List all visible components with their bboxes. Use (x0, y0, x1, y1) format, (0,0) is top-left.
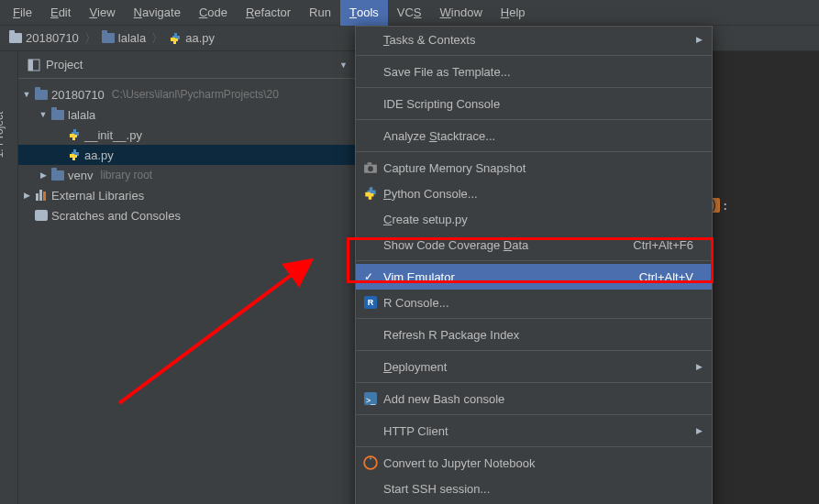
tree-row[interactable]: ▶venvlibrary root (18, 165, 357, 185)
menu-item-show-code-coverage-data[interactable]: Show Code Coverage DataCtrl+Alt+F6 (356, 232, 712, 257)
menu-item-capture-memory-snapshot[interactable]: Capture Memory Snapshot (356, 155, 712, 181)
menu-navigate[interactable]: Navigate (125, 0, 190, 26)
tree-label: lalala (68, 108, 95, 122)
project-tool-window: Project ▼ ▼20180710C:\Users\ilanl\Pychar… (18, 51, 358, 504)
menu-item-label: Deployment (383, 360, 447, 374)
crumb-separator: 〉 (151, 30, 163, 47)
sidebar-tab-label: 1: Project (0, 112, 6, 159)
breadcrumb-label: lalala (118, 31, 146, 45)
camera-icon (363, 160, 378, 175)
menu-separator (356, 260, 712, 261)
python-file-icon (169, 32, 182, 45)
tree-label: venv (68, 169, 93, 182)
menu-separator (356, 119, 712, 120)
editor-hint-colon: : (722, 198, 729, 213)
tree-arrow-icon[interactable]: ▶ (22, 191, 31, 200)
folder-icon (51, 110, 64, 120)
menu-item-python-console[interactable]: Python Console... (356, 181, 712, 206)
menu-separator (356, 350, 712, 351)
menu-item-label: Capture Memory Snapshot (383, 161, 526, 175)
menu-item-http-client[interactable]: HTTP Client▶ (356, 418, 712, 444)
dropdown-arrow-icon[interactable]: ▼ (339, 60, 348, 70)
svg-point-6 (370, 457, 371, 459)
library-icon (35, 190, 48, 201)
menu-edit[interactable]: Edit (41, 0, 80, 26)
menu-item-label: IDE Scripting Console (383, 97, 500, 111)
menu-vcs[interactable]: VCS (388, 0, 431, 26)
menu-item-label: Python Console... (383, 187, 478, 201)
tree-label: aa.py (84, 148, 114, 162)
breadcrumb-item[interactable]: aa.py (169, 31, 215, 45)
menu-item-label: Add new Bash console (383, 392, 504, 406)
tree-label: External Libraries (51, 189, 144, 203)
jupyter-icon (363, 455, 378, 470)
breadcrumb-label: 20180710 (26, 31, 79, 45)
folder-icon (51, 170, 64, 181)
svg-rect-4 (368, 162, 372, 164)
folder-icon (35, 90, 48, 100)
menu-item-tasks-contexts[interactable]: Tasks & Contexts▶ (356, 27, 712, 52)
menu-item-label: Vim Emulator (383, 270, 455, 284)
menu-refactor[interactable]: Refactor (237, 0, 300, 26)
python-file-icon (68, 128, 81, 141)
menu-item-save-file-as-template[interactable]: Save File as Template... (356, 59, 712, 84)
tree-arrow-icon[interactable]: ▼ (39, 110, 48, 119)
tree-row[interactable]: __init__.py (18, 125, 357, 145)
menu-item-analyze-stacktrace[interactable]: Analyze Stacktrace... (356, 123, 712, 148)
menu-window[interactable]: Window (431, 0, 492, 26)
tree-row[interactable]: ▼lalala (18, 104, 357, 125)
tree-row[interactable]: ▶External Libraries (18, 185, 357, 205)
menu-separator (356, 382, 712, 383)
folder-icon (9, 33, 22, 43)
menu-separator (356, 414, 712, 415)
tree-row[interactable]: ▼20180710C:\Users\ilanl\PycharmProjects\… (18, 84, 357, 104)
menu-run[interactable]: Run (300, 0, 340, 26)
breadcrumb-item[interactable]: lalala (102, 31, 146, 45)
menu-view[interactable]: View (80, 0, 124, 26)
project-icon (28, 59, 40, 71)
menu-item-label: Start SSH session... (383, 482, 490, 496)
menu-item-label: Save File as Template... (383, 65, 511, 79)
menu-item-label: Tasks & Contexts (383, 33, 475, 47)
submenu-arrow-icon: ▶ (696, 362, 703, 371)
submenu-arrow-icon: ▶ (696, 426, 703, 435)
menu-item-r-console[interactable]: RR Console... (356, 290, 712, 315)
menu-item-ide-scripting-console[interactable]: IDE Scripting Console (356, 91, 712, 116)
menu-separator (356, 55, 712, 56)
project-header[interactable]: Project ▼ (18, 51, 357, 79)
tree-arrow-icon[interactable]: ▼ (22, 90, 31, 99)
folder-icon (102, 33, 115, 43)
pyfile-icon (363, 186, 378, 201)
menu-item-add-new-bash-console[interactable]: >_Add new Bash console (356, 386, 712, 411)
breadcrumb-item[interactable]: 20180710 (9, 31, 79, 45)
breadcrumb-label: aa.py (185, 31, 215, 45)
menu-item-deployment[interactable]: Deployment▶ (356, 354, 712, 379)
sidebar-tool-tab[interactable]: 1: Project (0, 51, 18, 504)
submenu-arrow-icon: ▶ (696, 35, 703, 44)
menu-file[interactable]: File (4, 0, 41, 26)
tools-menu-dropdown: Tasks & Contexts▶Save File as Template..… (355, 26, 713, 504)
svg-rect-1 (28, 60, 33, 71)
tree-row[interactable]: aa.py (18, 145, 357, 165)
menu-item-start-ssh-session[interactable]: Start SSH session... (356, 476, 712, 501)
tree-row[interactable]: Scratches and Consoles (18, 205, 357, 225)
menu-item-vim-emulator[interactable]: ✓Vim EmulatorCtrl+Alt+V (356, 264, 712, 290)
terminal-icon: >_ (363, 391, 378, 406)
menu-item-label: Create setup.py (383, 213, 468, 226)
menu-help[interactable]: Help (492, 0, 535, 26)
menu-code[interactable]: Code (190, 0, 237, 26)
menu-item-create-setup-py[interactable]: Create setup.py (356, 206, 712, 232)
menu-item-label: Convert to Jupyter Notebook (383, 456, 535, 470)
svg-point-3 (368, 166, 373, 171)
menu-separator (356, 151, 712, 152)
r-icon-icon: R (363, 295, 378, 310)
menu-item-refresh-r-package-index[interactable]: Refresh R Package Index (356, 322, 712, 347)
project-tree: ▼20180710C:\Users\ilanl\PycharmProjects\… (18, 79, 357, 225)
menu-item-label: Refresh R Package Index (383, 328, 519, 342)
menu-item-convert-to-jupyter-notebook[interactable]: Convert to Jupyter Notebook (356, 450, 712, 476)
tree-arrow-icon[interactable]: ▶ (39, 170, 48, 180)
project-header-label: Project (46, 58, 334, 71)
menu-tools[interactable]: Tools (340, 0, 388, 26)
scratch-icon (35, 210, 48, 221)
check-icon: ✓ (364, 270, 373, 283)
